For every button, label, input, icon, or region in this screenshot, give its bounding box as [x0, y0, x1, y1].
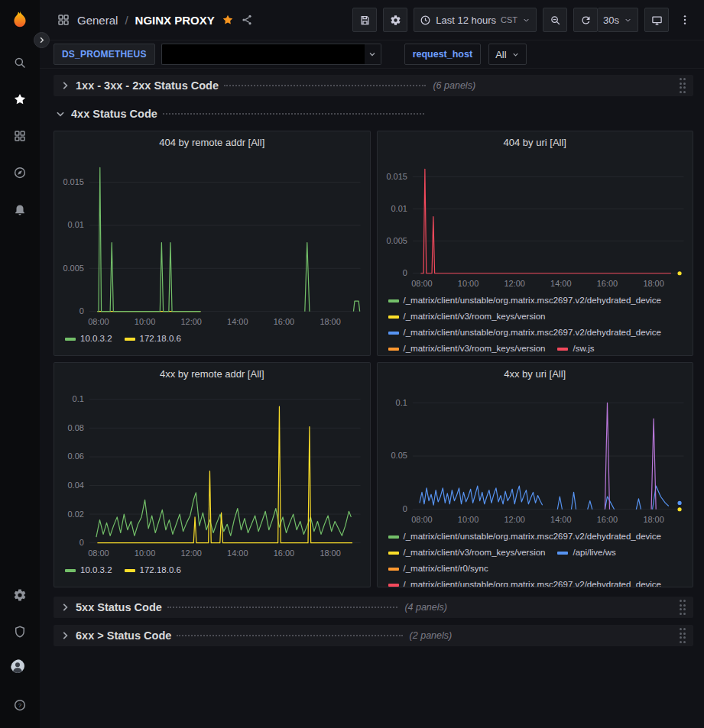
svg-text:12:00: 12:00: [181, 317, 202, 326]
legend-item[interactable]: 172.18.0.6: [125, 565, 181, 576]
breadcrumb-folder[interactable]: General: [77, 14, 118, 27]
series-color-swatch: [388, 568, 399, 571]
grafana-logo[interactable]: [9, 9, 31, 31]
alerting-bell-icon[interactable]: [0, 191, 40, 228]
svg-text:10:00: 10:00: [457, 279, 478, 288]
server-admin-shield-icon[interactable]: [0, 613, 40, 650]
time-range-picker[interactable]: Last 12 hours CST: [414, 8, 537, 32]
time-series-chart[interactable]: 00.050.108:0010:0012:0014:0016:0018:00: [378, 384, 693, 528]
panel-title[interactable]: 4xx by uri [All]: [378, 363, 693, 384]
svg-text:0: 0: [79, 306, 84, 315]
user-avatar[interactable]: [0, 650, 40, 687]
request-host-variable-label[interactable]: request_host: [404, 44, 482, 65]
legend-item[interactable]: /_matrix/client/unstable/org.matrix.msc2…: [388, 327, 662, 338]
series-color-swatch: [388, 535, 399, 539]
panel-title[interactable]: 4xx by remote addr [All]: [54, 363, 370, 384]
time-series-chart[interactable]: 00.020.040.060.080.108:0010:0012:0014:00…: [54, 384, 370, 561]
row-5xx-status-code[interactable]: 5xx Status Code (4 panels): [54, 597, 693, 618]
row-title: 1xx - 3xx - 2xx Status Code: [76, 79, 219, 92]
monitor-icon: [651, 15, 663, 26]
panel-title[interactable]: 404 by remote addr [All]: [54, 131, 370, 153]
series-color-swatch: [125, 569, 135, 572]
starred-dashboards-icon[interactable]: [0, 81, 40, 118]
row-6xx-status-code[interactable]: 6xx > Status Code (2 panels): [54, 625, 693, 646]
svg-text:16:00: 16:00: [274, 317, 294, 326]
panel-4xx-by-uri: 4xx by uri [All] 00.050.108:0010:0012:00…: [377, 362, 694, 587]
svg-text:0.02: 0.02: [68, 510, 84, 519]
row-drag-handle[interactable]: [678, 626, 688, 645]
time-series-chart[interactable]: 00.0050.010.01508:0010:0012:0014:0016:00…: [378, 153, 693, 292]
search-icon[interactable]: [0, 44, 40, 81]
legend-item[interactable]: /sw.js: [557, 343, 594, 354]
time-range-label: Last 12 hours: [436, 15, 496, 26]
save-dashboard-button[interactable]: [352, 8, 377, 32]
chevron-down-icon: [522, 16, 530, 24]
legend-item[interactable]: /_matrix/client/unstable/org.matrix.msc2…: [388, 531, 662, 542]
share-icon[interactable]: [241, 14, 253, 26]
svg-text:16:00: 16:00: [596, 515, 617, 524]
sidebar: ?: [0, 0, 40, 728]
refresh-button[interactable]: [573, 8, 598, 32]
sidebar-expand-button[interactable]: [34, 32, 50, 48]
svg-text:0.08: 0.08: [68, 423, 84, 432]
legend-item[interactable]: 172.18.0.6: [125, 333, 181, 345]
legend-item[interactable]: /_matrix/client/unstable/org.matrix.msc2…: [388, 295, 662, 306]
configuration-gear-icon[interactable]: [0, 577, 40, 613]
dashboard-settings-button[interactable]: [383, 8, 407, 32]
breadcrumb-separator: /: [125, 14, 128, 27]
svg-text:14:00: 14:00: [227, 317, 248, 326]
svg-text:10:00: 10:00: [457, 515, 478, 524]
dashboards-icon[interactable]: [0, 118, 40, 154]
row-dotted-leader: [224, 85, 426, 86]
series-color-swatch: [388, 552, 399, 555]
row-drag-handle[interactable]: [678, 76, 688, 95]
svg-text:0.015: 0.015: [386, 172, 407, 181]
row-dotted-leader: [177, 635, 402, 636]
row-1xx-3xx-2xx-status-code[interactable]: 1xx - 3xx - 2xx Status Code (6 panels): [54, 75, 693, 96]
panel-title[interactable]: 404 by uri [All]: [378, 131, 693, 153]
legend-item[interactable]: /_matrix/client/v3/room_keys/version: [388, 311, 546, 322]
row-title: 4xx Status Code: [71, 108, 157, 120]
svg-text:0.005: 0.005: [386, 236, 407, 245]
series-label: /sw.js: [573, 343, 594, 354]
series-label: /_matrix/client/v3/room_keys/version: [404, 343, 546, 354]
series-label: /_matrix/client/unstable/org.matrix.msc2…: [404, 295, 662, 306]
time-series-chart[interactable]: 00.0050.010.01508:0010:0012:0014:0016:00…: [54, 153, 370, 330]
series-label: /_matrix/client/unstable/org.matrix.msc2…: [404, 579, 662, 587]
clock-icon: [420, 15, 431, 26]
refresh-interval-dropdown[interactable]: 30s: [598, 8, 638, 32]
favorite-star-icon[interactable]: [222, 14, 234, 26]
kebab-menu-button[interactable]: [675, 8, 695, 32]
row-4xx-status-code[interactable]: 4xx Status Code: [54, 103, 693, 125]
row-panel-count: (4 panels): [404, 602, 447, 613]
series-label: /_matrix/client/unstable/org.matrix.msc2…: [404, 327, 662, 338]
svg-text:08:00: 08:00: [88, 548, 109, 558]
legend-item[interactable]: 10.0.3.2: [65, 565, 112, 576]
panel-404-by-remote-addr: 404 by remote addr [All] 00.0050.010.015…: [54, 131, 371, 356]
series-label: /_matrix/client/v3/room_keys/version: [404, 311, 546, 322]
legend-item[interactable]: /_matrix/client/r0/sync: [388, 563, 488, 574]
legend-item[interactable]: /_matrix/client/v3/room_keys/version: [388, 547, 546, 558]
request-host-variable-dropdown[interactable]: All: [488, 44, 526, 65]
datasource-variable-label[interactable]: DS_PROMETHEUS: [54, 44, 155, 65]
tv-mode-button[interactable]: [644, 8, 669, 32]
legend-item[interactable]: /_matrix/client/v3/room_keys/version: [388, 343, 546, 354]
chevron-right-icon: [60, 630, 70, 641]
host-variable-dropdown[interactable]: [161, 44, 381, 65]
zoom-out-button[interactable]: [543, 8, 567, 32]
row-drag-handle[interactable]: [678, 598, 688, 616]
row-header: 1xx - 3xx - 2xx Status Code: [76, 79, 431, 92]
legend-item[interactable]: /api/live/ws: [557, 547, 615, 558]
svg-text:0.06: 0.06: [68, 451, 84, 461]
svg-text:0.04: 0.04: [68, 480, 84, 490]
variables-bar: DS_PROMETHEUS request_host All: [40, 40, 704, 69]
dashboard-title[interactable]: NGINX PROXY: [135, 14, 215, 27]
legend-item[interactable]: 10.0.3.2: [65, 333, 112, 345]
refresh-icon: [580, 15, 592, 26]
row-panel-count: (6 panels): [433, 80, 475, 91]
svg-text:18:00: 18:00: [643, 515, 663, 524]
help-icon[interactable]: ?: [0, 687, 40, 723]
legend-item[interactable]: /_matrix/client/unstable/org.matrix.msc2…: [388, 579, 662, 587]
explore-compass-icon[interactable]: [0, 154, 40, 191]
timezone-label: CST: [501, 15, 517, 24]
